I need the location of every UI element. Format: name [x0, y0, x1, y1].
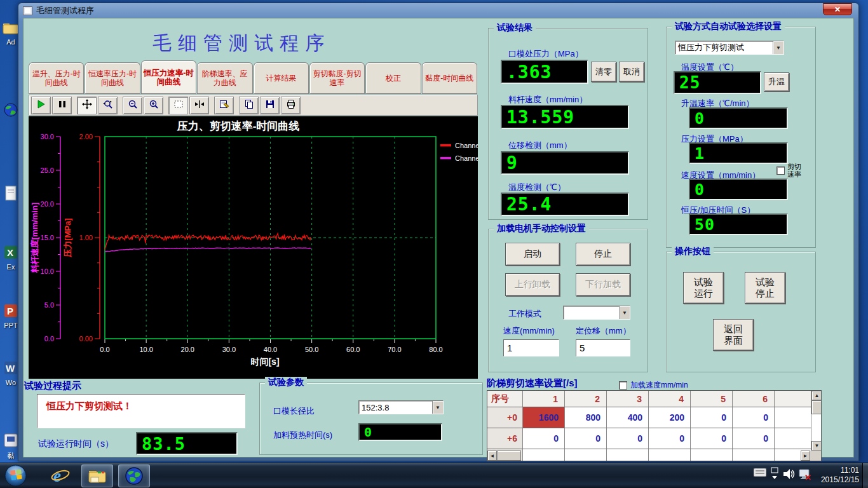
svg-text:20.0: 20.0	[41, 200, 54, 208]
tab-0[interactable]: 温升、压力-时间曲线	[29, 62, 84, 94]
start-button[interactable]	[4, 464, 27, 488]
table-cell-+0-4[interactable]: 200	[649, 407, 691, 428]
col-header-1: 1	[523, 391, 565, 407]
table-cell-+0-2[interactable]: 800	[565, 407, 607, 428]
col-header-3: 3	[607, 391, 649, 407]
print-button[interactable]	[281, 97, 301, 114]
load-speed-checkbox[interactable]	[619, 381, 627, 390]
table-cell-+12-1[interactable]	[523, 449, 565, 461]
close-button[interactable]: ✕	[823, 3, 852, 15]
table-cell-+6-1[interactable]: 0	[523, 428, 565, 449]
manual-speed-input[interactable]: 1	[503, 339, 559, 356]
clock-time: 11:01	[821, 466, 859, 475]
temperature-label: 温度检测（℃）	[508, 182, 566, 193]
table-cell-+0-3[interactable]: 400	[607, 407, 649, 428]
table-cell-+12-5[interactable]	[691, 449, 733, 461]
tab-3[interactable]: 阶梯速率、应力曲线	[197, 62, 252, 94]
row-header-+0: +0	[487, 407, 523, 428]
table-cell-+6-3[interactable]: 0	[607, 428, 649, 449]
test-stop-button[interactable]: 试验 停止	[745, 272, 785, 304]
svg-text:1.00: 1.00	[79, 234, 93, 241]
runtime-display: 83.5	[136, 432, 238, 455]
work-mode-dropdown[interactable]: ▼	[563, 306, 630, 320]
pan-button[interactable]	[77, 97, 97, 114]
tab-7[interactable]: 黏度-时间曲线	[422, 62, 477, 94]
zoom-dynamic-button[interactable]	[98, 97, 118, 114]
save-button[interactable]	[260, 97, 280, 114]
table-cell-+6-6[interactable]: 0	[733, 428, 775, 449]
table-cell-+12-2[interactable]	[565, 449, 607, 461]
fit-axis-button[interactable]	[189, 97, 209, 114]
zero-button[interactable]: 清零	[591, 62, 616, 82]
motor-stop-button[interactable]: 停止	[576, 243, 630, 266]
speed-set-display: 0	[689, 179, 788, 200]
chevron-down-icon[interactable]: ▼	[773, 41, 783, 54]
taskbar-explorer-button[interactable]	[81, 464, 113, 487]
chevron-down-icon[interactable]: ▼	[432, 401, 443, 414]
up-unload-button[interactable]: 上行卸载	[505, 273, 560, 296]
table-vscroll-thumb[interactable]	[811, 400, 822, 414]
zoom-in-icon	[149, 99, 159, 112]
folder-icon	[88, 468, 106, 484]
table-scroll-left-button[interactable]: ◄	[487, 451, 497, 461]
table-scroll-right-button[interactable]: ►	[801, 451, 810, 461]
table-cell-+6-2[interactable]: 0	[565, 428, 607, 449]
properties-button[interactable]	[214, 97, 234, 114]
network-disconnected-icon[interactable]: ✕	[798, 468, 812, 481]
pause-button[interactable]	[52, 97, 72, 114]
volume-icon[interactable]	[783, 468, 796, 480]
svg-text:30.0: 30.0	[222, 346, 236, 353]
zoom-out-button[interactable]	[123, 97, 142, 114]
table-scroll-up-button[interactable]: ▲	[811, 391, 822, 400]
preheat-label: 加料预热时间(s)	[273, 430, 332, 441]
table-cell-+0-1[interactable]: 1600	[523, 407, 565, 428]
shear-rate-checkbox[interactable]	[776, 166, 785, 175]
motor-group-title: 加载电机手动控制设置	[494, 223, 589, 234]
down-load-button[interactable]: 下行加载	[576, 273, 630, 296]
tab-5[interactable]: 剪切黏度-剪切速率	[309, 62, 365, 94]
table-cell-+0-6[interactable]: 0	[733, 407, 775, 428]
select-box-button[interactable]	[168, 97, 188, 114]
table-cell-+12-4[interactable]	[649, 449, 691, 461]
table-hscroll-thumb[interactable]	[497, 451, 521, 461]
taskbar-ie-button[interactable]: e	[51, 466, 70, 488]
taskbar-clock[interactable]: 11:01 2015/12/15	[821, 466, 859, 485]
col-header-4: 4	[649, 391, 691, 407]
table-cell-+6-4[interactable]: 0	[649, 428, 691, 449]
motor-start-button[interactable]: 启动	[505, 243, 560, 266]
tab-2[interactable]: 恒压力速率-时间曲线	[141, 60, 196, 94]
table-scroll-down-button[interactable]: ▼	[811, 441, 822, 451]
keyboard-tray-icon[interactable]	[754, 468, 766, 477]
target-displacement-input[interactable]: 5	[576, 339, 630, 356]
tab-6[interactable]: 校正	[365, 62, 421, 94]
test-mode-dropdown[interactable]: 恒压力下剪切测试 ▼	[675, 41, 784, 55]
chevron-down-icon[interactable]: ▼	[619, 306, 630, 319]
return-ui-button[interactable]: 返回 界面	[713, 319, 754, 351]
table-cell-+0-5[interactable]: 0	[691, 407, 733, 428]
test-run-button[interactable]: 试验 运行	[683, 272, 724, 304]
play-button[interactable]	[31, 97, 51, 114]
col-header-5: 5	[691, 391, 733, 407]
cancel-button[interactable]: 取消	[619, 62, 644, 82]
work-mode-label: 工作模式	[508, 308, 541, 320]
tab-1[interactable]: 恒速率压力-时间曲线	[85, 62, 140, 94]
displacement-display: 9	[501, 151, 629, 175]
svg-text:X: X	[7, 247, 13, 258]
window-titlebar[interactable]: 毛细管测试程序	[18, 3, 859, 18]
show-desktop-button[interactable]	[862, 463, 868, 488]
screen: AdXExPPPTWWo黏 毛细管测试程序 ✕ 毛细管测试程序 温升、压力-时间…	[0, 0, 868, 488]
zoom-in-button[interactable]	[144, 97, 163, 114]
heat-up-button[interactable]: 升温	[764, 72, 789, 92]
copy-button[interactable]	[239, 97, 259, 114]
table-cell-+6-5[interactable]: 0	[691, 428, 733, 449]
tab-4[interactable]: 计算结果	[254, 62, 309, 94]
svg-text:W: W	[6, 363, 15, 374]
svg-text:10.0: 10.0	[41, 268, 54, 275]
load-speed-checkbox-label: 加载速度mm/min	[630, 380, 688, 391]
taskbar-app-globe-button[interactable]	[118, 464, 150, 487]
hidden-icons-button[interactable]	[770, 467, 779, 480]
die-ratio-dropdown[interactable]: 152:3.8 ▼	[358, 400, 444, 414]
hint-message: 恒压力下剪切测试！	[37, 395, 245, 412]
table-cell-+12-3[interactable]	[607, 449, 649, 461]
table-cell-+12-6[interactable]	[733, 449, 775, 461]
